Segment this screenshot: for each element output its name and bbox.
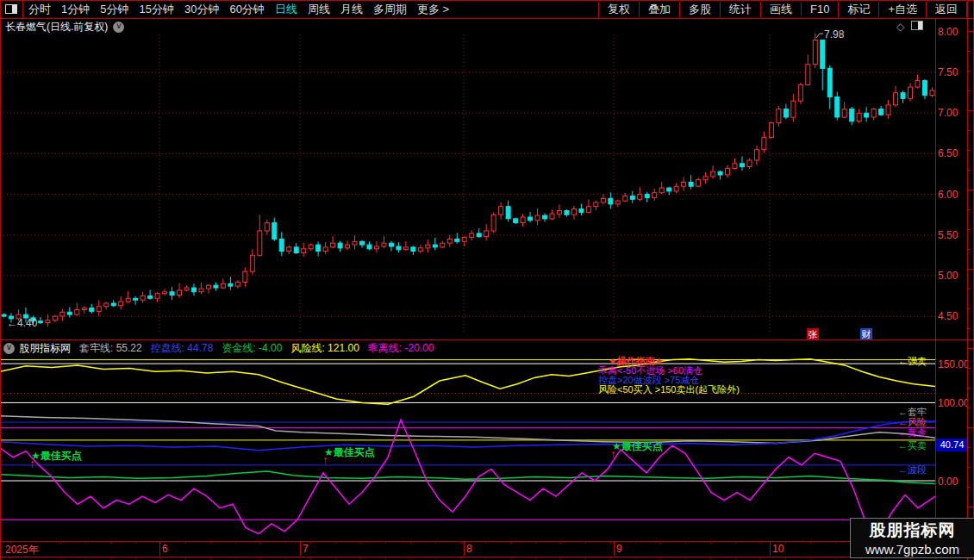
minor-tick [35, 557, 36, 559]
minor-tick [610, 557, 611, 559]
period-tab-5[interactable]: 5分钟 [95, 2, 134, 17]
menu-item-[interactable]: 叠加 [639, 2, 679, 17]
minor-tick [85, 557, 86, 559]
strip-tick [968, 170, 971, 171]
strip-tick [968, 190, 973, 190]
minor-tick [285, 541, 286, 544]
buy-arrow-icon: ↑ [322, 453, 328, 467]
edge-label-买卖: ←买卖 [898, 439, 935, 452]
minor-tick [185, 541, 186, 544]
month-label-9: 9 [616, 543, 622, 555]
menu-item-F10[interactable]: F10 [801, 3, 838, 16]
minor-tick [360, 557, 361, 559]
period-tab-[interactable]: 周线 [303, 2, 335, 17]
month-label-7: 7 [303, 543, 309, 555]
layout-icon[interactable] [0, 0, 23, 18]
minor-tick [335, 541, 336, 544]
period-tab-[interactable]: 更多 > [412, 2, 454, 17]
menu-item-[interactable]: 返回 [926, 2, 967, 17]
minor-tick [510, 541, 511, 544]
series-风险线 [0, 359, 935, 405]
minor-tick [360, 541, 361, 544]
value-badge: 40.74 [936, 439, 968, 451]
period-tab-30[interactable]: 30分钟 [179, 2, 224, 17]
ind-tick-100: 100.00 [938, 397, 967, 409]
menu-item-[interactable]: 画线 [760, 2, 801, 17]
period-tab-60[interactable]: 60分钟 [224, 2, 269, 17]
strip-tick [968, 368, 971, 369]
price-tick-8.00: 8.00 [938, 26, 967, 38]
minor-tick [685, 541, 686, 544]
month-tick [614, 541, 615, 556]
scale-strip-line [967, 0, 968, 560]
strip-tick [968, 130, 971, 131]
minor-tick [135, 541, 136, 544]
strip-tick [968, 249, 971, 250]
minor-tick [610, 541, 611, 544]
indicator-site-name: 股朋指标网 [19, 341, 71, 356]
minor-tick [435, 557, 436, 559]
news-badge-财[interactable]: 财 [860, 328, 872, 340]
minor-tick [285, 557, 286, 559]
strip-tick [968, 31, 973, 32]
minor-tick [685, 557, 686, 559]
indicator-field: 风险线: 121.00 [290, 341, 359, 356]
minor-tick [710, 557, 711, 559]
minor-tick [510, 557, 511, 559]
minor-tick [110, 557, 111, 559]
minor-tick [235, 541, 236, 544]
buy-arrow-icon: ↑ [29, 457, 35, 470]
news-badge-张[interactable]: 张 [807, 328, 819, 340]
strip-tick [968, 328, 971, 329]
indicator-chart[interactable] [0, 355, 974, 541]
menu-item-[interactable]: 标记 [838, 2, 878, 17]
minor-tick [710, 541, 711, 544]
minor-tick [235, 557, 236, 559]
frame-top [0, 0, 974, 1]
strip-tick [968, 150, 971, 151]
minor-tick [460, 557, 461, 559]
buy-point-label: ★最佳买点 [612, 439, 663, 454]
axis-separator [935, 19, 936, 556]
buy-arrow-icon: ↑ [610, 447, 616, 461]
minor-tick [310, 541, 311, 544]
minor-tick [210, 557, 211, 559]
period-tab-[interactable]: 月线 [335, 2, 368, 17]
ind-tick-0: 0.00 [938, 476, 967, 488]
menu-item-[interactable]: 多股 [679, 2, 720, 17]
buy-point-label: ★最佳买点 [31, 449, 82, 464]
price-tick-6.00: 6.00 [938, 189, 967, 201]
minor-tick [810, 541, 811, 544]
period-tabs: 分时1分钟5分钟15分钟30分钟60分钟日线周线月线多周期更多 > [23, 2, 454, 17]
minor-tick [410, 541, 411, 544]
low-price-label: ←4.40 [7, 317, 37, 329]
period-tab-1[interactable]: 1分钟 [56, 2, 95, 17]
high-price-label: 7.98 [824, 28, 844, 40]
period-tab-15[interactable]: 15分钟 [134, 2, 178, 17]
menu-item-[interactable]: +自选 [878, 2, 926, 17]
price-tick-7.50: 7.50 [938, 66, 967, 78]
month-tick [770, 541, 771, 556]
minor-tick [35, 541, 36, 544]
period-toolbar: 分时1分钟5分钟15分钟30分钟60分钟日线周线月线多周期更多 > 复权叠加多股… [0, 0, 974, 19]
strip-tick [968, 308, 971, 309]
minor-tick [535, 557, 536, 559]
strip-tick [968, 229, 971, 230]
menu-item-[interactable]: 复权 [598, 2, 639, 17]
period-tab-[interactable]: 日线 [270, 2, 303, 17]
strip-tick [968, 427, 973, 428]
series-资金线 [0, 471, 935, 484]
minor-tick [310, 557, 311, 559]
period-tab-[interactable]: 多周期 [368, 2, 412, 17]
minor-tick [660, 557, 661, 559]
right-menu: 复权叠加多股统计画线F10标记+自选返回 [598, 0, 967, 18]
main-candlestick-chart[interactable] [0, 19, 974, 340]
edge-label-波段: ←波段 [898, 464, 935, 476]
minor-tick [560, 557, 561, 559]
month-label-10: 10 [772, 543, 784, 555]
indicator-dropdown-icon[interactable]: ˅ [3, 343, 15, 354]
minor-tick [735, 557, 736, 559]
period-tab-[interactable]: 分时 [23, 2, 56, 17]
app-window: 分时1分钟5分钟15分钟30分钟60分钟日线周线月线多周期更多 > 复权叠加多股… [0, 0, 974, 560]
menu-item-[interactable]: 统计 [720, 2, 760, 17]
